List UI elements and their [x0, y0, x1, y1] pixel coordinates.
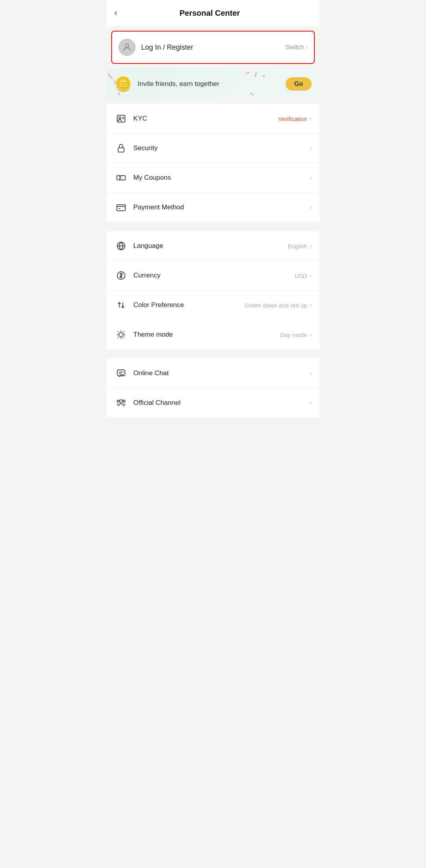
chevron-right-icon: ›: [310, 174, 312, 181]
chevron-right-icon: ›: [310, 302, 312, 309]
header: ‹ Personal Center: [106, 0, 320, 26]
svg-point-0: [125, 44, 129, 47]
svg-point-23: [117, 400, 119, 402]
security-label: Security: [133, 144, 310, 152]
invite-banner[interactable]: 🪙 Invite friends, earn together Go: [106, 69, 320, 99]
chevron-right-icon: ›: [310, 242, 312, 250]
language-icon: [114, 239, 128, 253]
chevron-right-icon: ›: [310, 399, 312, 406]
menu-item-theme-mode[interactable]: Theme mode Day mode ›: [106, 320, 320, 349]
menu-item-coupons[interactable]: My Coupons ›: [106, 163, 320, 193]
svg-point-2: [119, 117, 121, 119]
svg-rect-6: [117, 176, 125, 180]
coins-icon: 🪙: [114, 76, 132, 92]
currency-label: Currency: [133, 272, 295, 279]
svg-point-21: [120, 400, 123, 403]
menu-item-currency[interactable]: Currency USD ›: [106, 261, 320, 291]
chevron-right-icon: ›: [310, 370, 312, 377]
page-title: Personal Center: [120, 9, 299, 18]
kyc-value: Verification: [278, 115, 307, 122]
svg-point-17: [119, 333, 123, 337]
coupons-label: My Coupons: [133, 174, 310, 182]
menu-item-official-channel[interactable]: Official Channel ›: [106, 388, 320, 417]
color-preference-label: Color Preference: [133, 301, 245, 309]
menu-item-kyc[interactable]: KYC Verification ›: [106, 104, 320, 134]
menu-group-3: Online Chat › Official Channel ›: [106, 359, 320, 417]
theme-mode-label: Theme mode: [133, 331, 280, 339]
menu-item-payment[interactable]: Payment Method ›: [106, 193, 320, 222]
chevron-right-icon: ›: [306, 44, 308, 51]
menu-group-1: KYC Verification › Security › My Coupons…: [106, 104, 320, 222]
section-gap-1: [106, 222, 320, 227]
language-value: English: [288, 243, 307, 250]
chevron-right-icon: ›: [310, 272, 312, 279]
svg-point-22: [123, 400, 125, 402]
login-register-row[interactable]: Log In / Register Switch ›: [111, 31, 315, 64]
currency-value: USD: [295, 272, 307, 279]
go-button[interactable]: Go: [286, 77, 312, 91]
security-icon: [114, 142, 128, 155]
svg-rect-10: [117, 205, 125, 211]
payment-label: Payment Method: [133, 203, 310, 211]
payment-icon: [114, 201, 128, 214]
online-chat-icon: [114, 367, 128, 380]
menu-item-language[interactable]: Language English ›: [106, 231, 320, 261]
chevron-right-icon: ›: [310, 115, 312, 122]
coupons-icon: [114, 171, 128, 184]
switch-label: Switch: [286, 44, 304, 51]
section-gap-2: [106, 349, 320, 354]
color-preference-value: Green down and red up: [245, 302, 307, 309]
svg-rect-5: [118, 148, 124, 152]
theme-mode-icon: [114, 328, 128, 341]
color-preference-icon: [114, 298, 128, 312]
menu-item-security[interactable]: Security ›: [106, 134, 320, 163]
back-button[interactable]: ‹: [114, 7, 120, 19]
chevron-right-icon: ›: [310, 145, 312, 152]
menu-item-online-chat[interactable]: Online Chat ›: [106, 359, 320, 388]
menu-group-2: Language English › Currency USD › Color …: [106, 231, 320, 349]
kyc-icon: [114, 112, 128, 125]
kyc-label: KYC: [133, 115, 278, 123]
official-channel-label: Official Channel: [133, 399, 310, 407]
banner-text: Invite friends, earn together: [138, 80, 286, 88]
language-label: Language: [133, 242, 288, 250]
menu-item-color-preference[interactable]: Color Preference Green down and red up ›: [106, 291, 320, 320]
chevron-right-icon: ›: [310, 204, 312, 211]
currency-icon: [114, 269, 128, 282]
chevron-right-icon: ›: [310, 331, 312, 338]
avatar-icon: [118, 39, 136, 56]
official-channel-icon: [114, 396, 128, 410]
online-chat-label: Online Chat: [133, 369, 310, 377]
login-register-label: Log In / Register: [141, 43, 286, 52]
theme-mode-value: Day mode: [280, 332, 307, 338]
